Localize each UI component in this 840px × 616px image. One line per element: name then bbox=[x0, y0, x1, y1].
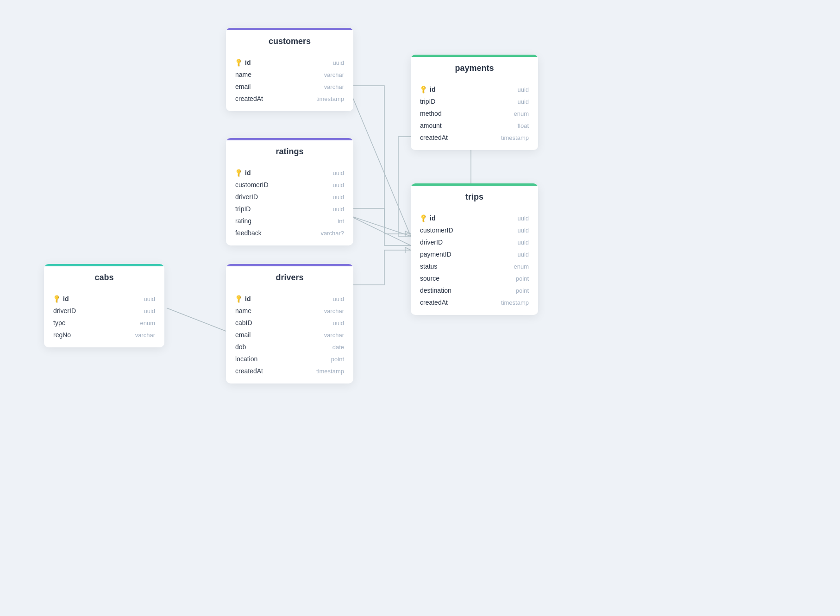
field-name: email bbox=[235, 331, 251, 339]
drivers-table-body: 🔑id uuid name varchar cabID uuid email v… bbox=[226, 289, 353, 383]
table-row: amount float bbox=[411, 119, 538, 132]
field-type: uuid bbox=[332, 320, 344, 327]
field-name: tripID bbox=[420, 98, 435, 105]
field-type: enum bbox=[140, 320, 155, 327]
table-row: email varchar bbox=[226, 81, 353, 93]
field-name: 🔑id bbox=[235, 59, 251, 66]
table-row: driverID uuid bbox=[226, 191, 353, 203]
table-row: createdAt timestamp bbox=[226, 93, 353, 105]
customers-table-body: 🔑id uuid name varchar email varchar crea… bbox=[226, 53, 353, 111]
table-row: 🔑id uuid bbox=[411, 83, 538, 95]
trips-table-body: 🔑id uuid customerID uuid driverID uuid p… bbox=[411, 208, 538, 315]
cabs-table-header: cabs bbox=[44, 264, 164, 289]
field-name: destination bbox=[420, 287, 451, 294]
field-type: uuid bbox=[144, 308, 155, 314]
field-type: uuid bbox=[517, 251, 529, 258]
field-type: int bbox=[338, 218, 344, 225]
table-row: driverID uuid bbox=[411, 236, 538, 248]
table-row: createdAt timestamp bbox=[411, 296, 538, 308]
table-row: status enum bbox=[411, 260, 538, 272]
table-row: customerID uuid bbox=[411, 224, 538, 236]
field-name: amount bbox=[420, 122, 442, 129]
svg-line-2 bbox=[349, 215, 411, 236]
field-name: 🔑id bbox=[235, 169, 251, 176]
field-type: point bbox=[331, 356, 344, 363]
table-row: method enum bbox=[411, 107, 538, 119]
field-name: customerID bbox=[420, 226, 453, 234]
field-type: varchar bbox=[324, 308, 344, 314]
field-name: driverID bbox=[235, 193, 258, 201]
customers-table: customers 🔑id uuid name varchar email va… bbox=[226, 28, 353, 111]
field-type: enum bbox=[514, 110, 529, 117]
field-type: timestamp bbox=[501, 134, 529, 141]
field-type: uuid bbox=[517, 215, 529, 222]
field-name: feedback bbox=[235, 229, 262, 237]
field-name: 🔑id bbox=[420, 86, 435, 93]
field-type: uuid bbox=[332, 194, 344, 201]
field-type: uuid bbox=[517, 239, 529, 246]
field-type: enum bbox=[514, 263, 529, 270]
field-type: uuid bbox=[332, 295, 344, 302]
table-row: email varchar bbox=[226, 329, 353, 341]
table-row: 🔑id uuid bbox=[226, 293, 353, 305]
field-type: varchar bbox=[135, 332, 155, 339]
cabs-table: cabs 🔑id uuid driverID uuid type enum re… bbox=[44, 264, 164, 347]
key-icon: 🔑 bbox=[234, 58, 244, 68]
field-name: source bbox=[420, 275, 439, 282]
field-type: varchar? bbox=[320, 230, 344, 237]
table-row: destination point bbox=[411, 284, 538, 296]
trips-table: trips 🔑id uuid customerID uuid driverID … bbox=[411, 183, 538, 315]
payments-table-body: 🔑id uuid tripID uuid method enum amount … bbox=[411, 80, 538, 150]
drivers-table: drivers 🔑id uuid name varchar cabID uuid… bbox=[226, 264, 353, 383]
field-name: customerID bbox=[235, 181, 269, 189]
field-type: varchar bbox=[324, 71, 344, 78]
field-name: email bbox=[235, 83, 251, 90]
ratings-table: ratings 🔑id uuid customerID uuid driverI… bbox=[226, 138, 353, 245]
field-name: paymentID bbox=[420, 251, 451, 258]
table-row: feedback varchar? bbox=[226, 227, 353, 239]
field-name: status bbox=[420, 263, 437, 270]
table-row: regNo varchar bbox=[44, 329, 164, 341]
field-name: createdAt bbox=[235, 367, 263, 375]
payments-table-header: payments bbox=[411, 55, 538, 80]
field-name: rating bbox=[235, 217, 251, 225]
table-row: 🔑id uuid bbox=[44, 293, 164, 305]
field-name: type bbox=[53, 319, 65, 327]
field-name: name bbox=[235, 71, 251, 78]
field-type: date bbox=[332, 344, 344, 351]
field-type: uuid bbox=[332, 182, 344, 189]
svg-line-4 bbox=[167, 308, 226, 331]
field-name: createdAt bbox=[420, 299, 448, 306]
field-name: driverID bbox=[53, 307, 76, 314]
ratings-table-body: 🔑id uuid customerID uuid driverID uuid t… bbox=[226, 163, 353, 245]
table-row: name varchar bbox=[226, 69, 353, 81]
table-row: 🔑id uuid bbox=[226, 167, 353, 179]
field-name: 🔑id bbox=[420, 214, 435, 222]
key-icon: 🔑 bbox=[419, 85, 428, 94]
key-icon: 🔑 bbox=[419, 214, 428, 223]
field-type: point bbox=[516, 287, 529, 294]
payments-table: payments 🔑id uuid tripID uuid method enu… bbox=[411, 55, 538, 150]
field-type: timestamp bbox=[501, 299, 529, 306]
field-type: timestamp bbox=[316, 368, 344, 375]
field-type: uuid bbox=[517, 98, 529, 105]
drivers-table-header: drivers bbox=[226, 264, 353, 289]
table-row: driverID uuid bbox=[44, 305, 164, 317]
field-name: createdAt bbox=[235, 95, 263, 102]
table-row: cabID uuid bbox=[226, 317, 353, 329]
erd-canvas: customers 🔑id uuid name varchar email va… bbox=[0, 0, 840, 616]
field-name: cabID bbox=[235, 319, 252, 327]
field-type: uuid bbox=[517, 227, 529, 234]
field-name: 🔑id bbox=[53, 295, 69, 302]
svg-line-3 bbox=[349, 215, 411, 245]
field-type: uuid bbox=[332, 206, 344, 213]
table-row: tripID uuid bbox=[226, 203, 353, 215]
table-row: customerID uuid bbox=[226, 179, 353, 191]
field-type: uuid bbox=[332, 59, 344, 66]
table-row: type enum bbox=[44, 317, 164, 329]
field-type: varchar bbox=[324, 83, 344, 90]
ratings-table-header: ratings bbox=[226, 138, 353, 163]
field-name: method bbox=[420, 110, 442, 117]
svg-line-0 bbox=[349, 88, 411, 236]
field-name: driverID bbox=[420, 239, 443, 246]
